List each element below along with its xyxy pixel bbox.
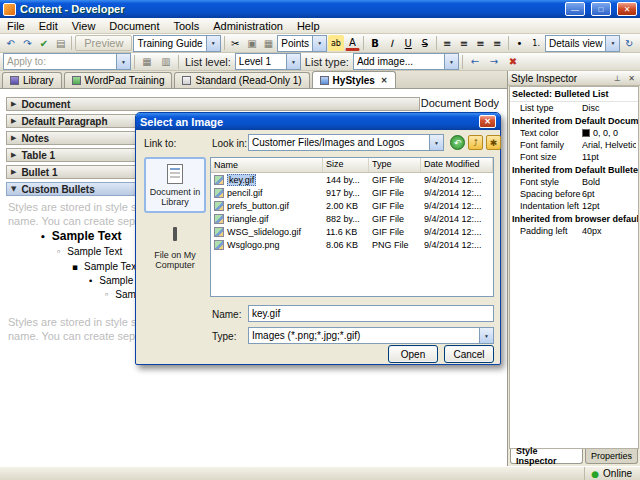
font-color-icon[interactable]: A bbox=[345, 35, 361, 51]
open-button[interactable]: Open bbox=[388, 345, 438, 363]
italic-button[interactable]: I bbox=[384, 35, 400, 51]
inspector-row-indentation-left[interactable]: Indentation left 12pt bbox=[510, 200, 638, 212]
list-level-combo[interactable]: Level 1 ▼ bbox=[235, 53, 301, 70]
inspector-row-list-type[interactable]: List type Disc bbox=[510, 102, 638, 114]
menu-help[interactable]: Help bbox=[290, 18, 327, 33]
inspector-group-default-bulleted: Inherited from Default Bulleted Li bbox=[510, 163, 638, 176]
bold-button[interactable]: B bbox=[367, 35, 383, 51]
redo-icon[interactable]: ↷ bbox=[20, 35, 36, 51]
file-row[interactable]: key.gif 144 by... GIF File 9/4/2014 12:.… bbox=[211, 173, 493, 186]
style-combo[interactable]: Training Guide ▼ bbox=[133, 35, 220, 52]
dropdown-arrow-icon[interactable]: ▼ bbox=[429, 135, 443, 150]
bullet-list-icon[interactable]: • bbox=[512, 35, 528, 51]
panel-close-icon[interactable]: ✕ bbox=[626, 73, 637, 84]
column-name[interactable]: Name bbox=[211, 158, 323, 172]
tab-hystyles[interactable]: HyStyles ✕ bbox=[312, 71, 396, 88]
spellcheck-icon[interactable]: ✔ bbox=[36, 35, 52, 51]
menu-view[interactable]: View bbox=[65, 18, 103, 33]
font-size-combo[interactable]: Points ▼ bbox=[277, 35, 327, 52]
menu-edit[interactable]: Edit bbox=[32, 18, 65, 33]
dropdown-arrow-icon[interactable]: ▼ bbox=[206, 36, 220, 51]
file-on-my-computer-button[interactable]: File on My Computer bbox=[144, 221, 206, 277]
dialog-close-icon[interactable]: ✕ bbox=[479, 115, 496, 128]
file-row[interactable]: WSG_slidelogo.gif 11.6 KB GIF File 9/4/2… bbox=[211, 225, 493, 238]
menu-tools[interactable]: Tools bbox=[167, 18, 207, 33]
cancel-button[interactable]: Cancel bbox=[444, 345, 494, 363]
clear-formatting-icon[interactable]: ✖ bbox=[504, 54, 522, 70]
maximize-button[interactable]: □ bbox=[591, 2, 611, 16]
look-in-combo[interactable]: Customer Files/Images and Logos ▼ bbox=[248, 134, 444, 151]
document-tabstrip: Library WordPad Training Standard (Read-… bbox=[0, 71, 507, 89]
align-justify-icon[interactable]: ≡ bbox=[489, 35, 505, 51]
inspector-row-spacing-before[interactable]: Spacing before 6pt bbox=[510, 188, 638, 200]
inspector-row-font-family[interactable]: Font family Arial, Helvetica, bbox=[510, 139, 638, 151]
details-view-combo[interactable]: Details view ▼ bbox=[545, 35, 620, 52]
style-section-document[interactable]: ▶ Document bbox=[6, 97, 420, 111]
sample-bullet-3[interactable]: ▪ Sample Text bbox=[72, 261, 139, 272]
new-folder-icon[interactable]: ✱ bbox=[486, 135, 501, 150]
indent-icon[interactable]: → bbox=[485, 54, 503, 70]
column-size[interactable]: Size bbox=[323, 158, 369, 172]
numbered-list-icon[interactable]: 1. bbox=[528, 35, 544, 51]
image-file-icon bbox=[214, 214, 224, 224]
dropdown-arrow-icon[interactable]: ▼ bbox=[605, 36, 619, 51]
menu-file[interactable]: File bbox=[0, 18, 32, 33]
sample-bullet-1[interactable]: • Sample Text bbox=[40, 229, 122, 243]
application-window: Content - Developer — □ ✕ File Edit View… bbox=[0, 0, 640, 480]
list-type-combo[interactable]: Add image... ▼ bbox=[353, 53, 459, 70]
strikethrough-button[interactable]: S bbox=[417, 35, 433, 51]
document-in-library-button[interactable]: Document in Library bbox=[144, 157, 206, 213]
tab-standard-readonly[interactable]: Standard (Read-Only 1) bbox=[174, 72, 309, 88]
bullet-marker-icon: • bbox=[40, 232, 46, 242]
preview-button[interactable]: Preview bbox=[75, 35, 132, 51]
chevron-right-icon: ▶ bbox=[11, 100, 16, 108]
refresh-icon[interactable]: ↻ bbox=[621, 35, 637, 51]
dropdown-arrow-icon[interactable]: ▼ bbox=[479, 328, 493, 343]
sample-bullet-2[interactable]: ◦ Sample Text bbox=[56, 246, 122, 257]
column-type[interactable]: Type bbox=[369, 158, 421, 172]
insert-table-icon[interactable]: ▥ bbox=[157, 54, 175, 70]
close-button[interactable]: ✕ bbox=[617, 2, 637, 16]
undo-icon[interactable]: ↶ bbox=[3, 35, 19, 51]
cut-icon[interactable]: ✂ bbox=[227, 35, 243, 51]
tab-close-icon[interactable]: ✕ bbox=[381, 76, 388, 85]
menu-administration[interactable]: Administration bbox=[206, 18, 290, 33]
tab-library[interactable]: Library bbox=[2, 72, 62, 88]
file-name-input[interactable] bbox=[248, 305, 494, 322]
file-row[interactable]: triangle.gif 882 by... GIF File 9/4/2014… bbox=[211, 212, 493, 225]
menu-document[interactable]: Document bbox=[102, 18, 166, 33]
file-row[interactable]: prefs_button.gif 2.00 KB GIF File 9/4/20… bbox=[211, 199, 493, 212]
tab-properties[interactable]: Properties bbox=[585, 449, 638, 464]
dropdown-arrow-icon[interactable]: ▼ bbox=[312, 36, 326, 51]
file-row[interactable]: pencil.gif 917 by... GIF File 9/4/2014 1… bbox=[211, 186, 493, 199]
copy-icon[interactable]: ▣ bbox=[244, 35, 260, 51]
highlight-color-icon[interactable]: ab bbox=[328, 35, 344, 51]
column-date-modified[interactable]: Date Modified bbox=[421, 158, 493, 172]
inspector-row-text-color[interactable]: Text color 0, 0, 0 bbox=[510, 127, 638, 139]
tab-wordpad-training[interactable]: WordPad Training bbox=[64, 72, 173, 88]
apply-to-combo[interactable]: Apply to: ▼ bbox=[3, 53, 131, 70]
up-folder-icon[interactable]: ⤴ bbox=[468, 135, 483, 150]
pin-icon[interactable]: ⊥ bbox=[612, 73, 623, 84]
file-row[interactable]: Wsglogo.png 8.06 KB PNG File 9/4/2014 12… bbox=[211, 238, 493, 251]
dropdown-arrow-icon[interactable]: ▼ bbox=[444, 54, 458, 69]
file-type-combo[interactable]: Images (*.png;*.jpg;*.gif) ▼ bbox=[248, 327, 494, 344]
align-left-icon[interactable]: ≡ bbox=[439, 35, 455, 51]
underline-button[interactable]: U bbox=[400, 35, 416, 51]
dropdown-arrow-icon[interactable]: ▼ bbox=[116, 54, 130, 69]
insert-image-icon[interactable]: ▦ bbox=[138, 54, 156, 70]
dropdown-arrow-icon[interactable]: ▼ bbox=[286, 54, 300, 69]
inspector-row-padding-left[interactable]: Padding left 40px bbox=[510, 225, 638, 237]
outdent-icon[interactable]: ← bbox=[466, 54, 484, 70]
print-icon[interactable]: ▤ bbox=[53, 35, 69, 51]
paste-icon[interactable]: ▦ bbox=[261, 35, 277, 51]
toolbar-separator bbox=[134, 55, 135, 69]
inspector-row-font-size[interactable]: Font size 11pt bbox=[510, 151, 638, 163]
dialog-titlebar[interactable]: Select an Image ✕ bbox=[136, 113, 500, 130]
align-right-icon[interactable]: ≡ bbox=[473, 35, 489, 51]
minimize-button[interactable]: — bbox=[565, 2, 585, 16]
inspector-row-font-style[interactable]: Font style Bold bbox=[510, 176, 638, 188]
tab-style-inspector[interactable]: Style Inspector bbox=[510, 449, 583, 464]
align-center-icon[interactable]: ≡ bbox=[456, 35, 472, 51]
back-icon[interactable]: ↶ bbox=[450, 135, 465, 150]
